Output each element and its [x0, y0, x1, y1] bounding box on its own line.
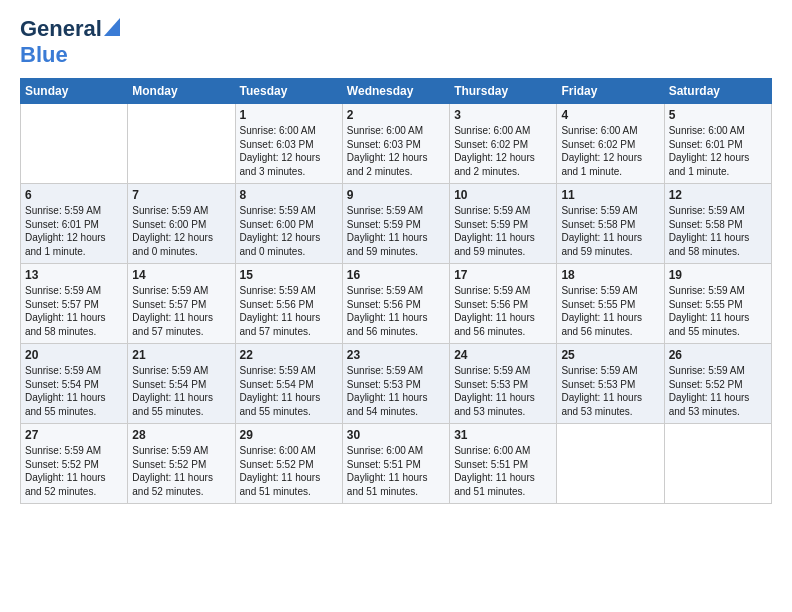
calendar-cell: 18Sunrise: 5:59 AM Sunset: 5:55 PM Dayli…: [557, 264, 664, 344]
calendar-cell: 29Sunrise: 6:00 AM Sunset: 5:52 PM Dayli…: [235, 424, 342, 504]
calendar-cell: 12Sunrise: 5:59 AM Sunset: 5:58 PM Dayli…: [664, 184, 771, 264]
calendar-week-row: 6Sunrise: 5:59 AM Sunset: 6:01 PM Daylig…: [21, 184, 772, 264]
logo-blue: Blue: [20, 42, 68, 67]
day-number: 21: [132, 348, 230, 362]
cell-info: Sunrise: 5:59 AM Sunset: 5:56 PM Dayligh…: [454, 284, 552, 338]
cell-info: Sunrise: 5:59 AM Sunset: 5:55 PM Dayligh…: [669, 284, 767, 338]
day-number: 14: [132, 268, 230, 282]
calendar-cell: 15Sunrise: 5:59 AM Sunset: 5:56 PM Dayli…: [235, 264, 342, 344]
calendar-week-row: 13Sunrise: 5:59 AM Sunset: 5:57 PM Dayli…: [21, 264, 772, 344]
cell-info: Sunrise: 5:59 AM Sunset: 5:56 PM Dayligh…: [347, 284, 445, 338]
logo-general: General: [20, 16, 102, 42]
day-number: 20: [25, 348, 123, 362]
calendar-cell: 14Sunrise: 5:59 AM Sunset: 5:57 PM Dayli…: [128, 264, 235, 344]
day-number: 13: [25, 268, 123, 282]
calendar-cell: 10Sunrise: 5:59 AM Sunset: 5:59 PM Dayli…: [450, 184, 557, 264]
weekday-header: Tuesday: [235, 79, 342, 104]
day-number: 15: [240, 268, 338, 282]
cell-info: Sunrise: 6:00 AM Sunset: 6:01 PM Dayligh…: [669, 124, 767, 178]
day-number: 18: [561, 268, 659, 282]
day-number: 30: [347, 428, 445, 442]
cell-info: Sunrise: 5:59 AM Sunset: 5:52 PM Dayligh…: [25, 444, 123, 498]
calendar-cell: 20Sunrise: 5:59 AM Sunset: 5:54 PM Dayli…: [21, 344, 128, 424]
calendar-cell: [557, 424, 664, 504]
calendar-cell: 30Sunrise: 6:00 AM Sunset: 5:51 PM Dayli…: [342, 424, 449, 504]
weekday-header: Wednesday: [342, 79, 449, 104]
calendar-cell: 1Sunrise: 6:00 AM Sunset: 6:03 PM Daylig…: [235, 104, 342, 184]
cell-info: Sunrise: 6:00 AM Sunset: 5:51 PM Dayligh…: [454, 444, 552, 498]
weekday-header: Thursday: [450, 79, 557, 104]
cell-info: Sunrise: 5:59 AM Sunset: 5:53 PM Dayligh…: [454, 364, 552, 418]
logo: General Blue: [20, 16, 120, 68]
cell-info: Sunrise: 5:59 AM Sunset: 5:58 PM Dayligh…: [561, 204, 659, 258]
header-row: SundayMondayTuesdayWednesdayThursdayFrid…: [21, 79, 772, 104]
day-number: 28: [132, 428, 230, 442]
calendar-cell: 28Sunrise: 5:59 AM Sunset: 5:52 PM Dayli…: [128, 424, 235, 504]
calendar-cell: [128, 104, 235, 184]
cell-info: Sunrise: 6:00 AM Sunset: 5:52 PM Dayligh…: [240, 444, 338, 498]
day-number: 4: [561, 108, 659, 122]
day-number: 22: [240, 348, 338, 362]
day-number: 27: [25, 428, 123, 442]
day-number: 3: [454, 108, 552, 122]
page: General Blue SundayMondayTuesdayWednesda…: [0, 0, 792, 520]
calendar-cell: 22Sunrise: 5:59 AM Sunset: 5:54 PM Dayli…: [235, 344, 342, 424]
calendar-cell: 7Sunrise: 5:59 AM Sunset: 6:00 PM Daylig…: [128, 184, 235, 264]
logo-line2: Blue: [20, 42, 68, 68]
logo-triangle-icon: [104, 18, 120, 40]
header: General Blue: [20, 16, 772, 68]
day-number: 8: [240, 188, 338, 202]
weekday-header: Sunday: [21, 79, 128, 104]
calendar-cell: [664, 424, 771, 504]
day-number: 10: [454, 188, 552, 202]
day-number: 31: [454, 428, 552, 442]
cell-info: Sunrise: 5:59 AM Sunset: 5:54 PM Dayligh…: [132, 364, 230, 418]
calendar-cell: 3Sunrise: 6:00 AM Sunset: 6:02 PM Daylig…: [450, 104, 557, 184]
day-number: 5: [669, 108, 767, 122]
cell-info: Sunrise: 6:00 AM Sunset: 6:02 PM Dayligh…: [561, 124, 659, 178]
calendar-cell: 26Sunrise: 5:59 AM Sunset: 5:52 PM Dayli…: [664, 344, 771, 424]
calendar-cell: 13Sunrise: 5:59 AM Sunset: 5:57 PM Dayli…: [21, 264, 128, 344]
cell-info: Sunrise: 5:59 AM Sunset: 5:57 PM Dayligh…: [132, 284, 230, 338]
cell-info: Sunrise: 5:59 AM Sunset: 6:01 PM Dayligh…: [25, 204, 123, 258]
calendar-cell: 4Sunrise: 6:00 AM Sunset: 6:02 PM Daylig…: [557, 104, 664, 184]
calendar-cell: 11Sunrise: 5:59 AM Sunset: 5:58 PM Dayli…: [557, 184, 664, 264]
cell-info: Sunrise: 5:59 AM Sunset: 6:00 PM Dayligh…: [132, 204, 230, 258]
day-number: 9: [347, 188, 445, 202]
cell-info: Sunrise: 5:59 AM Sunset: 5:54 PM Dayligh…: [25, 364, 123, 418]
cell-info: Sunrise: 6:00 AM Sunset: 6:03 PM Dayligh…: [347, 124, 445, 178]
day-number: 7: [132, 188, 230, 202]
cell-info: Sunrise: 5:59 AM Sunset: 5:52 PM Dayligh…: [132, 444, 230, 498]
cell-info: Sunrise: 5:59 AM Sunset: 5:54 PM Dayligh…: [240, 364, 338, 418]
logo-line1: General: [20, 16, 120, 42]
svg-marker-0: [104, 18, 120, 36]
cell-info: Sunrise: 5:59 AM Sunset: 5:53 PM Dayligh…: [347, 364, 445, 418]
cell-info: Sunrise: 6:00 AM Sunset: 6:03 PM Dayligh…: [240, 124, 338, 178]
calendar-cell: 6Sunrise: 5:59 AM Sunset: 6:01 PM Daylig…: [21, 184, 128, 264]
weekday-header: Friday: [557, 79, 664, 104]
calendar-cell: 17Sunrise: 5:59 AM Sunset: 5:56 PM Dayli…: [450, 264, 557, 344]
day-number: 6: [25, 188, 123, 202]
calendar-cell: 2Sunrise: 6:00 AM Sunset: 6:03 PM Daylig…: [342, 104, 449, 184]
cell-info: Sunrise: 5:59 AM Sunset: 5:56 PM Dayligh…: [240, 284, 338, 338]
cell-info: Sunrise: 5:59 AM Sunset: 5:52 PM Dayligh…: [669, 364, 767, 418]
calendar-week-row: 27Sunrise: 5:59 AM Sunset: 5:52 PM Dayli…: [21, 424, 772, 504]
day-number: 16: [347, 268, 445, 282]
cell-info: Sunrise: 5:59 AM Sunset: 5:57 PM Dayligh…: [25, 284, 123, 338]
calendar-week-row: 20Sunrise: 5:59 AM Sunset: 5:54 PM Dayli…: [21, 344, 772, 424]
day-number: 24: [454, 348, 552, 362]
cell-info: Sunrise: 5:59 AM Sunset: 5:55 PM Dayligh…: [561, 284, 659, 338]
day-number: 29: [240, 428, 338, 442]
calendar-cell: [21, 104, 128, 184]
day-number: 19: [669, 268, 767, 282]
calendar-cell: 8Sunrise: 5:59 AM Sunset: 6:00 PM Daylig…: [235, 184, 342, 264]
calendar-cell: 25Sunrise: 5:59 AM Sunset: 5:53 PM Dayli…: [557, 344, 664, 424]
calendar-week-row: 1Sunrise: 6:00 AM Sunset: 6:03 PM Daylig…: [21, 104, 772, 184]
weekday-header: Monday: [128, 79, 235, 104]
weekday-header: Saturday: [664, 79, 771, 104]
day-number: 12: [669, 188, 767, 202]
cell-info: Sunrise: 6:00 AM Sunset: 6:02 PM Dayligh…: [454, 124, 552, 178]
day-number: 23: [347, 348, 445, 362]
cell-info: Sunrise: 5:59 AM Sunset: 5:59 PM Dayligh…: [454, 204, 552, 258]
calendar-cell: 21Sunrise: 5:59 AM Sunset: 5:54 PM Dayli…: [128, 344, 235, 424]
